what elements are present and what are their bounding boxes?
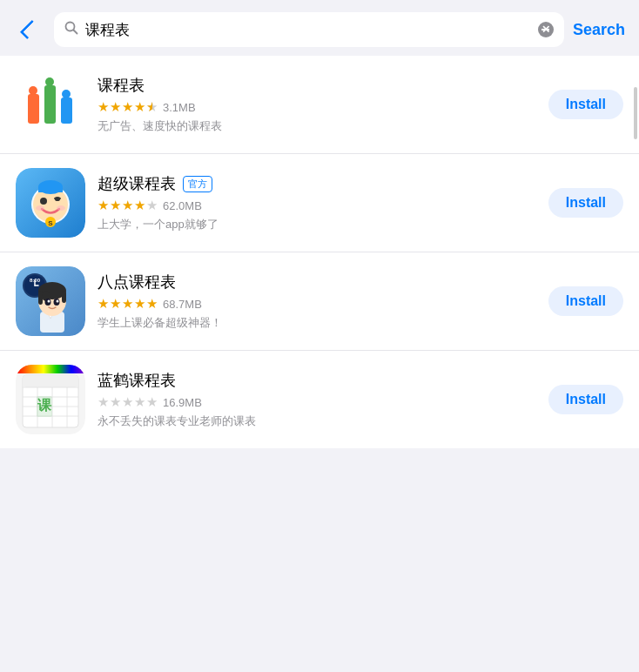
app-desc: 永不丢失的课表专业老师的课表 <box>98 413 536 429</box>
svg-point-12 <box>40 198 47 205</box>
official-badge: 官方 <box>183 176 212 192</box>
app-info-kechengbiao: 课程表 ★ ★ ★ ★ ★★ 3.1MB 无广告、速度快的课程表 <box>98 75 536 134</box>
rating-row: ★ ★ ★ ★ ★★ 3.1MB <box>98 99 536 115</box>
back-chevron-icon <box>20 20 40 40</box>
app-info-badian: 八点课程表 ★ ★ ★ ★ ★ 68.7MB 学生上课必备超级神器！ <box>98 272 536 331</box>
svg-rect-29 <box>38 291 43 305</box>
stars: ★ ★ ★ ★ ★★ <box>98 99 158 115</box>
svg-rect-40 <box>23 375 78 387</box>
clear-button[interactable]: ✕ <box>538 22 554 37</box>
install-button-lanhe[interactable]: Install <box>548 385 623 414</box>
install-button-kechengbiao[interactable]: Install <box>548 90 623 119</box>
app-name: 课程表 <box>98 75 145 96</box>
rating-row: ★ ★ ★ ★ ★ 16.9MB <box>98 394 536 410</box>
scrollbar-thumb[interactable] <box>634 87 637 139</box>
install-button-badian[interactable]: Install <box>548 286 623 316</box>
install-button-super[interactable]: Install <box>548 188 623 218</box>
search-bar: 课程表 ✕ <box>54 12 564 47</box>
svg-rect-3 <box>28 94 39 124</box>
app-item-kechengbiao[interactable]: 课程表 ★ ★ ★ ★ ★★ 3.1MB 无广告、速度快的课程表 Install <box>0 56 639 154</box>
svg-rect-17 <box>38 187 63 192</box>
app-info-super: 超级课程表 官方 ★ ★ ★ ★ ★ 62.0MB 上大学，一个app就够了 <box>98 173 536 232</box>
app-icon-lanhe: 课 <box>16 365 85 434</box>
scrollbar-track[interactable] <box>634 87 637 655</box>
svg-point-34 <box>48 300 50 303</box>
svg-text:课: 课 <box>37 398 52 413</box>
app-item-lanhe[interactable]: 课 蓝鹤课程表 ★ ★ ★ ★ ★ 16.9MB 永不丢失的课表专业老师的课表 … <box>0 351 639 448</box>
app-title-row: 八点课程表 <box>98 272 536 292</box>
app-desc: 学生上课必备超级神器！ <box>98 315 536 331</box>
stars: ★ ★ ★ ★ ★ <box>98 296 158 312</box>
app-item-super[interactable]: S 超级课程表 官方 ★ ★ ★ ★ ★ 62.0MB 上大学，一个app就够了… <box>0 154 639 252</box>
stars: ★ ★ ★ ★ ★ <box>98 198 158 213</box>
svg-point-8 <box>62 90 71 98</box>
app-size: 3.1MB <box>163 101 196 114</box>
svg-point-15 <box>57 205 65 211</box>
search-input[interactable]: 课程表 <box>85 21 531 38</box>
svg-rect-30 <box>62 291 66 303</box>
app-desc: 上大学，一个app就够了 <box>98 217 536 232</box>
rating-row: ★ ★ ★ ★ ★ 62.0MB <box>98 198 536 213</box>
app-name: 超级课程表 <box>98 173 176 194</box>
app-size: 68.7MB <box>163 298 202 311</box>
app-name: 八点课程表 <box>98 272 176 292</box>
search-icon <box>64 21 78 38</box>
app-title-row: 课程表 <box>98 75 536 96</box>
app-title-row: 超级课程表 官方 <box>98 173 536 194</box>
results-list: 课程表 ★ ★ ★ ★ ★★ 3.1MB 无广告、速度快的课程表 Install <box>0 56 639 448</box>
svg-point-7 <box>45 77 54 86</box>
app-item-badian[interactable]: 8:00 <box>0 252 639 351</box>
rating-row: ★ ★ ★ ★ ★ 68.7MB <box>98 296 536 312</box>
app-size: 62.0MB <box>163 199 202 212</box>
svg-text:S: S <box>48 219 53 227</box>
app-icon-kechengbiao <box>16 70 85 139</box>
app-size: 16.9MB <box>163 396 202 409</box>
svg-point-6 <box>29 86 37 95</box>
search-button[interactable]: Search <box>573 21 625 39</box>
app-icon-super: S <box>16 168 85 238</box>
svg-point-35 <box>57 300 59 303</box>
svg-line-1 <box>74 30 77 34</box>
svg-rect-38 <box>16 365 85 373</box>
app-desc: 无广告、速度快的课程表 <box>98 118 536 134</box>
app-name: 蓝鹤课程表 <box>98 370 176 391</box>
star-half: ★★ <box>146 99 158 115</box>
app-icon-badian: 8:00 <box>16 266 85 336</box>
svg-point-14 <box>36 205 44 211</box>
app-title-row: 蓝鹤课程表 <box>98 370 536 391</box>
header: 课程表 ✕ Search <box>0 0 639 56</box>
back-button[interactable] <box>14 14 45 45</box>
svg-rect-4 <box>44 85 56 124</box>
stars: ★ ★ ★ ★ ★ <box>98 394 158 410</box>
app-info-lanhe: 蓝鹤课程表 ★ ★ ★ ★ ★ 16.9MB 永不丢失的课表专业老师的课表 <box>98 370 536 429</box>
svg-rect-5 <box>61 97 72 124</box>
